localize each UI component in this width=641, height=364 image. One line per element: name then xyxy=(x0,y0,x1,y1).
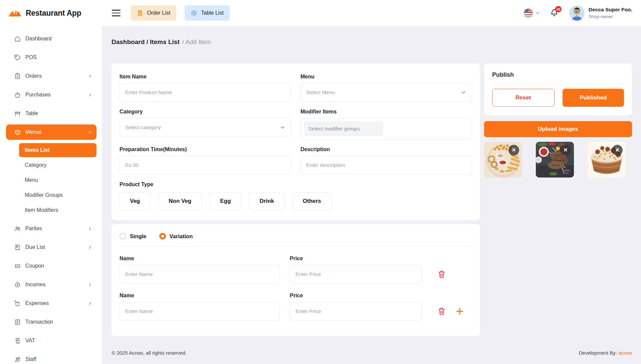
menu-select[interactable] xyxy=(300,83,472,102)
sidebar-item-table[interactable]: Table xyxy=(6,106,96,121)
sidebar-item-coupon[interactable]: Coupon xyxy=(6,258,96,274)
footer: © 2025 Acnoo, all rights reserved. Devel… xyxy=(112,350,632,356)
pricing-mode-single-radio[interactable]: Single xyxy=(120,233,147,240)
reset-button[interactable]: Reset xyxy=(492,89,555,107)
sidebar-item-label: Coupon xyxy=(25,263,44,269)
language-selector[interactable] xyxy=(523,8,540,18)
sidebar-item-expenses[interactable]: Expenses xyxy=(6,296,96,311)
variation-price-input[interactable] xyxy=(290,265,421,284)
sidebar-item-label: VAT xyxy=(25,338,35,344)
pricing-mode-variation-radio[interactable]: Variation xyxy=(159,233,193,240)
remove-image-button[interactable]: ✕ xyxy=(612,145,623,155)
restaurant-logo-icon xyxy=(8,7,22,19)
transaction-icon xyxy=(14,319,21,326)
description-input[interactable] xyxy=(300,156,472,174)
variation-price-label: Price xyxy=(290,292,421,299)
breadcrumb: Dashboard / Items List / Add Item xyxy=(112,37,632,47)
sidebar-item-label: Incomes xyxy=(25,282,45,288)
sidebar-item-purchases[interactable]: Purchases xyxy=(6,87,96,102)
menu-field: Menu xyxy=(300,73,472,102)
home-icon xyxy=(14,35,21,42)
sidebar-item-incomes[interactable]: Incomes xyxy=(6,277,96,292)
publish-card: Publish Reset Published xyxy=(484,63,632,115)
modifier-groups-placeholder: Select modifier groups xyxy=(304,121,383,136)
order-list-label: Order List xyxy=(147,10,170,16)
expense-bag-icon xyxy=(14,300,21,307)
order-list-button[interactable]: Order List xyxy=(131,5,176,21)
tag-icon xyxy=(14,54,21,61)
remove-image-button[interactable]: ✕ xyxy=(560,145,571,155)
table-list-label: Table List xyxy=(201,10,224,16)
delete-variation-button[interactable] xyxy=(437,269,447,279)
sidebar-item-staff[interactable]: Staff xyxy=(6,352,96,364)
us-flag-icon xyxy=(523,8,533,18)
sidebar-item-label: Dashboard xyxy=(25,36,51,42)
product-type-non-veg-button[interactable]: Non Veg xyxy=(158,192,202,210)
radio-checked-icon xyxy=(159,233,166,240)
sidebar-toggle-button[interactable] xyxy=(111,7,122,19)
user-menu[interactable]: Decca Super Foo. Shop-owner xyxy=(589,6,632,19)
radio-label: Variation xyxy=(170,233,193,240)
order-list-icon xyxy=(137,10,144,17)
sidebar-subitem-category[interactable]: Category xyxy=(19,158,96,172)
description-label: Description xyxy=(300,146,472,152)
item-name-field: Item Name xyxy=(120,73,291,102)
main-content: Dashboard / Items List / Add Item Item N… xyxy=(102,26,641,364)
upload-images-button[interactable]: Upload images xyxy=(484,121,632,137)
trash-icon xyxy=(437,307,446,316)
table-list-icon xyxy=(191,10,198,17)
avatar-image xyxy=(569,5,585,21)
money-bag-icon xyxy=(14,281,21,288)
sidebar-item-menus[interactable]: Menus xyxy=(6,124,96,140)
development-credit: Development By: acnoo xyxy=(579,350,632,356)
sidebar-subitem-items-list[interactable]: Items List xyxy=(19,143,96,157)
sidebar-item-label: Parties xyxy=(25,226,42,232)
published-button[interactable]: Published xyxy=(563,89,624,107)
item-name-input[interactable] xyxy=(120,83,291,102)
app-logo[interactable]: Restaurant App xyxy=(0,7,102,19)
sidebar-item-parties[interactable]: Parties xyxy=(6,221,96,236)
notification-badge: 20 xyxy=(555,6,562,12)
modifier-items-label: Modifier Items xyxy=(300,108,472,115)
product-type-drink-button[interactable]: Drink xyxy=(249,192,284,210)
developer-link[interactable]: acnoo xyxy=(618,350,632,356)
add-variation-button[interactable] xyxy=(455,306,465,316)
category-field: Category xyxy=(120,108,291,139)
sidebar-item-orders[interactable]: Orders xyxy=(6,68,96,84)
remove-image-button[interactable]: ✕ xyxy=(508,145,519,155)
plus-icon xyxy=(455,307,464,316)
product-type-others-button[interactable]: Others xyxy=(292,192,332,210)
chevron-down-icon xyxy=(87,130,92,135)
prep-time-field: Preparation Time(Minutes) xyxy=(120,146,291,174)
sidebar-item-transaction[interactable]: Transaction xyxy=(6,314,96,330)
product-type-veg-button[interactable]: Veg xyxy=(120,192,150,210)
chevron-right-icon xyxy=(87,245,92,250)
product-type-options: VegNon VegEggDrinkOthers xyxy=(120,192,472,210)
sidebar-subitem-item-modifiers[interactable]: Item Modifiers xyxy=(19,203,96,217)
variation-name-input[interactable] xyxy=(120,302,280,321)
delete-variation-button[interactable] xyxy=(437,306,447,316)
user-name: Decca Super Foo. xyxy=(589,6,632,13)
publish-title: Publish xyxy=(492,71,624,78)
sidebar-subitem-menu[interactable]: Menu xyxy=(19,173,96,187)
user-avatar[interactable] xyxy=(569,5,585,21)
table-list-button[interactable]: Table List xyxy=(185,5,230,21)
prep-time-input[interactable] xyxy=(120,156,291,174)
sidebar-subitem-modifier-groups[interactable]: Modifier Groups xyxy=(19,188,96,202)
breadcrumb-trail[interactable]: Dashboard / Items List xyxy=(112,37,180,47)
chevron-right-icon xyxy=(87,226,92,231)
sidebar-item-vat[interactable]: VAT xyxy=(6,333,96,348)
uploaded-image-grilled-kebab-skewers: ✕ xyxy=(536,142,574,177)
product-type-egg-button[interactable]: Egg xyxy=(210,192,241,210)
category-select[interactable] xyxy=(120,118,291,137)
sidebar-item-dashboard[interactable]: Dashboard xyxy=(6,31,96,46)
variation-price-input[interactable] xyxy=(290,302,421,321)
ticket-icon xyxy=(14,263,21,270)
sidebar-item-label: Transaction xyxy=(25,319,53,325)
sidebar-item-pos[interactable]: POS xyxy=(6,50,96,65)
notifications-button[interactable]: 20 xyxy=(549,8,559,18)
variation-name-input[interactable] xyxy=(120,265,280,284)
modifier-groups-select[interactable]: Select modifier groups xyxy=(300,118,472,139)
sidebar-item-due-list[interactable]: Due List xyxy=(6,240,96,255)
cube-icon xyxy=(14,129,21,136)
